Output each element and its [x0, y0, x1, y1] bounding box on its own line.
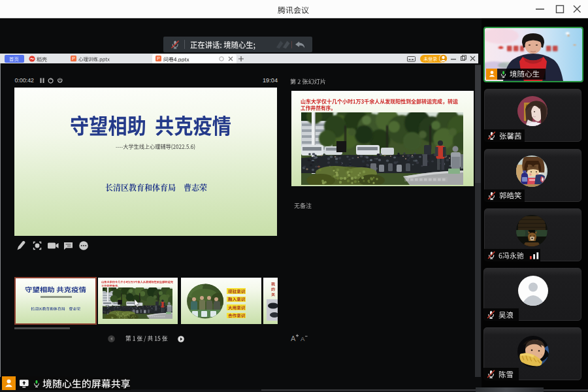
svg-text:P: P: [157, 56, 160, 61]
svg-text:A: A: [301, 335, 305, 342]
svg-text:A: A: [291, 335, 296, 342]
svg-text:P: P: [72, 56, 75, 61]
